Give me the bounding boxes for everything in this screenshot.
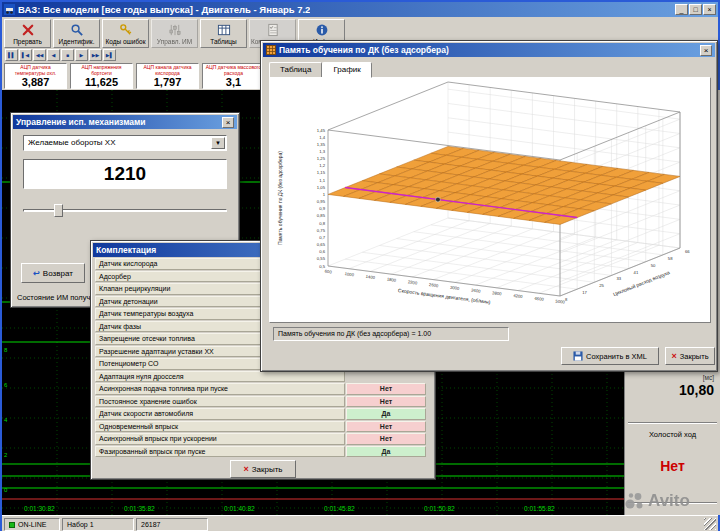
gauge-value: 3,1 (203, 77, 264, 88)
equipment-icon (266, 23, 280, 37)
injection-value: 10,80 (679, 382, 714, 398)
memory-dialog-close-button[interactable]: × (700, 45, 712, 56)
svg-text:0,9: 0,9 (319, 206, 325, 211)
adc-gauge-2: АЦП напряжения бортсети11,625 (70, 63, 133, 89)
svg-text:25: 25 (599, 283, 604, 288)
svg-text:2: 2 (4, 452, 8, 458)
equipment-row-value: Нет (346, 396, 426, 408)
svg-text:1,45: 1,45 (317, 128, 326, 133)
idle-mode-value: Нет (625, 458, 720, 474)
return-button-label: Возврат (43, 269, 73, 278)
memory-close-label: Закрыть (680, 352, 709, 361)
actuator-dialog-titlebar: Управление исп. механизмами × (13, 115, 237, 129)
slider-thumb[interactable] (54, 204, 63, 217)
toolbar-button-error-codes[interactable]: Коды ошибок (102, 19, 149, 48)
dataset-cell: Набор 1 (62, 518, 134, 531)
injection-unit-label: [мс] (703, 374, 714, 381)
svg-text:1: 1 (323, 192, 326, 197)
fast-forward-button[interactable]: ▶▶ (89, 49, 102, 61)
pause-button[interactable]: ▌▌ (5, 49, 18, 61)
memory-tab-1[interactable]: Таблица (269, 62, 322, 78)
gauge-value: 3,887 (5, 77, 66, 88)
svg-text:0:01:35.82: 0:01:35.82 (124, 505, 155, 512)
toolbar-button-label: Таблицы (210, 38, 237, 45)
play-back-button[interactable]: ◀ (47, 49, 60, 61)
minimize-button[interactable]: _ (675, 4, 688, 15)
svg-text:0,6: 0,6 (319, 249, 325, 254)
svg-text:1,15: 1,15 (317, 170, 326, 175)
equipment-row: Асинхронный впрыск при ускоренииНет (95, 433, 426, 445)
svg-text:1,1: 1,1 (319, 178, 325, 183)
equipment-row-label: Датчик скорости автомобиля (95, 408, 345, 420)
chevron-down-icon[interactable]: ▼ (211, 137, 225, 149)
stop-button[interactable]: ■ (61, 49, 74, 61)
svg-text:0,95: 0,95 (317, 199, 326, 204)
adc-gauge-4: АЦП датчика массового расхода3,1 (202, 63, 265, 89)
svg-text:3000: 3000 (450, 285, 461, 291)
step-to-start-button[interactable]: ▌◀ (19, 49, 32, 61)
close-icon: × (243, 464, 248, 474)
toolbar-button-stop[interactable]: Прервать (4, 19, 51, 48)
equipment-row-label: Асинхронная подача топлива при пуске (95, 383, 345, 395)
svg-text:1800: 1800 (387, 277, 398, 283)
svg-text:66: 66 (685, 249, 690, 254)
resize-grip[interactable] (704, 518, 716, 530)
svg-text:1,25: 1,25 (317, 156, 326, 161)
actuator-dialog-title: Управление исп. механизмами (16, 117, 146, 127)
svg-text:1,35: 1,35 (317, 142, 326, 147)
rpm-slider[interactable] (23, 203, 227, 218)
toolbar-button-label: Управл. ИМ (157, 38, 192, 45)
rewind-button[interactable]: ◀◀ (33, 49, 46, 61)
svg-text:1000: 1000 (344, 271, 355, 277)
actuators-icon (168, 23, 182, 37)
close-button[interactable]: × (703, 4, 716, 15)
svg-text:0,85: 0,85 (317, 213, 326, 218)
info-icon (315, 23, 329, 37)
identify-icon (70, 23, 84, 37)
transport-bar: ▌▌▌◀◀◀◀■▶▶▶▶▌ (5, 49, 116, 61)
memory-tab-2[interactable]: График (322, 62, 371, 78)
window-controls: _ □ × (675, 4, 716, 15)
svg-text:2600: 2600 (429, 282, 440, 288)
actuator-select[interactable]: Желаемые обороты ХХ ▼ (23, 135, 227, 151)
error-codes-icon (119, 23, 133, 37)
toolbar-button-actuators[interactable]: Управл. ИМ (151, 19, 198, 48)
svg-text:1400: 1400 (365, 274, 376, 280)
equipment-row-label: Адаптация нуля дросселя (95, 371, 345, 383)
watermark-text: Avito (648, 491, 690, 511)
tables-icon (217, 23, 231, 37)
learning-memory-3d-chart: 0,50,550,60,650,70,750,80,850,90,9511,05… (270, 78, 712, 324)
toolbar-button-identify[interactable]: Идентифик. (53, 19, 100, 48)
equipment-row: Датчик скорости автомобиляДа (95, 408, 426, 420)
gauge-row: АЦП датчика температуры охл. жидкости3,8… (4, 63, 265, 89)
equipment-close-button[interactable]: × Закрыть (230, 460, 296, 478)
maximize-button[interactable]: □ (689, 4, 702, 15)
svg-text:0:01:40.82: 0:01:40.82 (224, 505, 255, 512)
svg-text:6: 6 (4, 382, 8, 388)
dialog-learning-memory: Память обучения по ДК (без адсорбера) × … (260, 40, 718, 372)
equipment-row-value: Да (346, 446, 426, 458)
svg-text:4600: 4600 (534, 296, 545, 302)
toolbar-button-tables[interactable]: Таблицы (200, 19, 247, 48)
gauge-value: 1,797 (137, 77, 198, 88)
memory-close-button[interactable]: × Закрыть (665, 347, 715, 365)
save-xml-button[interactable]: Сохранить в XML (561, 347, 659, 365)
step-to-end-button[interactable]: ▶▌ (103, 49, 116, 61)
return-button[interactable]: ↩ Возврат (21, 263, 85, 283)
play-button[interactable]: ▶ (75, 49, 88, 61)
svg-text:1,05: 1,05 (317, 185, 326, 190)
svg-text:Цикловый расход воздуха: Цикловый расход воздуха (612, 269, 671, 297)
svg-text:0:01:45.82: 0:01:45.82 (324, 505, 355, 512)
actuator-dialog-close-button[interactable]: × (222, 117, 234, 128)
svg-text:600: 600 (324, 269, 332, 275)
adc-gauge-3: АЦП канала датчика кислорода1,797 (136, 63, 199, 89)
equipment-row-value: Нет (346, 433, 426, 445)
gauge-value: 11,625 (71, 77, 132, 88)
equipment-row-value: Нет (346, 421, 426, 433)
samples-count: 26187 (141, 519, 160, 530)
equipment-row: Постоянное хранение ошибокНет (95, 396, 426, 408)
samples-cell: 26187 (136, 518, 208, 531)
memory-dialog-titlebar: Память обучения по ДК (без адсорбера) × (263, 43, 715, 57)
svg-text:0,55: 0,55 (317, 256, 326, 261)
svg-text:4: 4 (4, 417, 8, 423)
